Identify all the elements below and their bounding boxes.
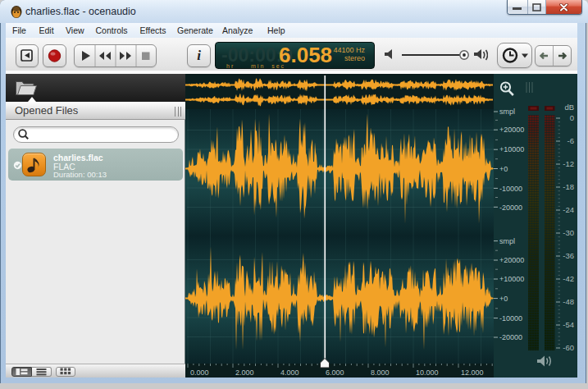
svg-text:dB: dB	[564, 103, 574, 112]
svg-text:+20000: +20000	[499, 126, 524, 134]
svg-text:+20000: +20000	[499, 256, 524, 264]
svg-text:-20000: -20000	[499, 333, 522, 341]
svg-text:-20000: -20000	[499, 204, 522, 212]
svg-text:-54: -54	[563, 320, 574, 329]
svg-text:4.000: 4.000	[280, 368, 299, 377]
svg-text:10.000: 10.000	[416, 368, 439, 377]
svg-text:-24: -24	[563, 205, 574, 214]
svg-text:-12: -12	[563, 159, 574, 168]
svg-text:-18: -18	[563, 182, 574, 191]
svg-text:8.000: 8.000	[371, 368, 390, 377]
svg-text:-60: -60	[563, 343, 574, 352]
svg-text:6.000: 6.000	[326, 368, 344, 377]
svg-text:-48: -48	[563, 297, 574, 306]
svg-text:-30: -30	[563, 228, 574, 237]
svg-text:0: 0	[570, 113, 574, 122]
svg-text:+0: +0	[499, 295, 508, 303]
svg-text:-10000: -10000	[499, 185, 522, 193]
svg-text:smpl: smpl	[499, 237, 515, 245]
svg-text:smpl: smpl	[499, 108, 515, 116]
svg-text:-10000: -10000	[499, 314, 522, 323]
svg-text:12.000: 12.000	[461, 368, 484, 377]
svg-text:+10000: +10000	[499, 275, 524, 283]
svg-text:-6: -6	[567, 136, 574, 145]
svg-text:-42: -42	[563, 274, 574, 283]
svg-text:0.000: 0.000	[190, 368, 209, 377]
svg-text:-36: -36	[563, 251, 574, 260]
svg-text:+0: +0	[499, 165, 508, 173]
svg-text:+10000: +10000	[499, 145, 524, 153]
svg-text:2.000: 2.000	[235, 368, 254, 377]
